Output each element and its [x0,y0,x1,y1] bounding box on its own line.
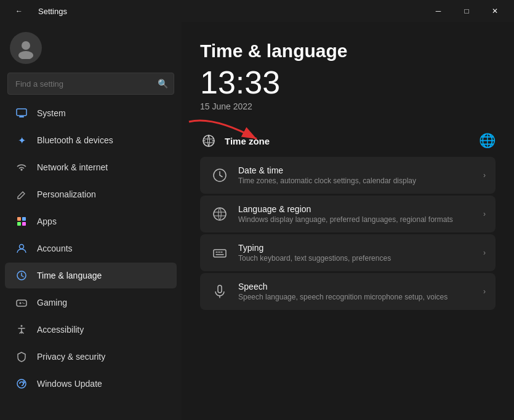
minimize-button[interactable]: ─ [424,1,452,21]
system-label: System [37,108,66,118]
apps-icon [15,215,28,228]
nav-personalization[interactable]: Personalization [5,181,177,207]
date-time-text: Date & time Time zones, automatic clock … [238,165,483,185]
globe-icon: 🌐 [479,133,496,149]
svg-point-12 [23,303,25,304]
language-title: Language & region [238,204,483,214]
date-time-title: Date & time [238,165,483,175]
nav-apps[interactable]: Apps [5,208,177,234]
language-icon [210,204,230,224]
settings-item-date-time[interactable]: Date & time Time zones, automatic clock … [200,157,496,194]
sidebar: 🔍 System ✦ Bluetooth & devices Network &… [0,22,182,420]
chevron-right-icon-2: › [483,210,486,218]
svg-rect-10 [17,300,26,306]
chevron-right-icon-4: › [483,287,486,296]
svg-rect-4 [17,217,21,221]
language-desc: Windows display language, preferred lang… [238,215,483,224]
typing-icon [210,243,230,263]
bluetooth-label: Bluetooth & devices [37,135,113,145]
date-time-icon [210,165,230,185]
time-language-icon [15,269,28,282]
title-bar: ← Settings ─ □ ✕ [0,0,514,22]
gaming-label: Gaming [37,298,67,307]
date-display: 15 June 2022 [200,101,496,111]
svg-rect-7 [22,222,26,226]
personalization-icon [15,188,28,201]
svg-rect-2 [17,109,26,116]
app-body: 🔍 System ✦ Bluetooth & devices Network &… [0,22,514,420]
back-button[interactable]: ← [5,1,33,21]
section-label: Time zone [225,136,270,146]
nav-windows-update[interactable]: Windows Update [5,371,177,397]
nav-system[interactable]: System [5,100,177,126]
section-header: Time zone 🌐 [200,126,496,157]
search-box: 🔍 [7,73,174,95]
apps-label: Apps [37,216,57,226]
nav-bluetooth[interactable]: ✦ Bluetooth & devices [5,127,177,153]
windows-update-icon [15,377,28,390]
svg-point-18 [214,208,226,220]
close-button[interactable]: ✕ [481,1,509,21]
network-icon [15,160,28,174]
svg-rect-6 [17,222,21,226]
gaming-icon [15,296,28,309]
settings-item-typing[interactable]: Typing Touch keyboard, text suggestions,… [200,234,496,271]
avatar[interactable] [10,32,42,64]
svg-rect-5 [22,217,26,221]
svg-point-8 [20,245,24,249]
section-header-title: Time zone [200,132,270,149]
settings-item-language[interactable]: Language & region Windows display langua… [200,196,496,232]
svg-rect-19 [214,250,226,257]
settings-item-speech[interactable]: Speech Speech language, speech recogniti… [200,273,496,310]
system-icon [15,106,28,120]
svg-point-1 [18,51,33,59]
privacy-label: Privacy & security [37,352,105,362]
profile-section [0,22,182,70]
nav-gaming[interactable]: Gaming [5,290,177,315]
chevron-right-icon-3: › [483,248,486,257]
content-area: Time & language 13:33 15 June 2022 Time … [182,22,514,420]
nav-time-language[interactable]: Time & language [5,263,177,288]
nav-network[interactable]: Network & internet [5,154,177,180]
title-bar-left: ← Settings [5,1,67,21]
svg-point-14 [17,379,26,388]
settings-list: Date & time Time zones, automatic clock … [200,157,496,310]
nav-privacy[interactable]: Privacy & security [5,344,177,370]
language-text: Language & region Windows display langua… [238,204,483,224]
svg-point-11 [22,303,23,304]
typing-title: Typing [238,243,483,253]
accessibility-label: Accessibility [37,325,84,335]
svg-point-13 [21,325,23,327]
svg-rect-20 [218,285,222,293]
app-title: Settings [38,7,67,16]
speech-title: Speech [238,282,483,291]
bluetooth-icon: ✦ [15,133,28,147]
typing-desc: Touch keyboard, text suggestions, prefer… [238,254,483,263]
windows-update-label: Windows Update [37,379,102,389]
svg-rect-3 [19,116,24,117]
accounts-icon [15,242,28,255]
time-language-label: Time & language [37,271,102,280]
accounts-label: Accounts [37,244,73,253]
nav-accessibility[interactable]: Accessibility [5,317,177,343]
nav-accounts[interactable]: Accounts [5,236,177,261]
network-label: Network & internet [37,162,108,172]
accessibility-icon [15,323,28,336]
clock-display: 13:33 [200,65,496,100]
timezone-icon [200,132,217,149]
search-input[interactable] [7,73,174,95]
speech-icon [210,282,230,301]
personalization-label: Personalization [37,189,96,199]
speech-desc: Speech language, speech recognition micr… [238,293,483,301]
speech-text: Speech Speech language, speech recogniti… [238,282,483,301]
search-icon: 🔍 [158,79,168,89]
typing-text: Typing Touch keyboard, text suggestions,… [238,243,483,263]
privacy-icon [15,350,28,363]
svg-point-0 [22,41,30,50]
maximize-button[interactable]: □ [452,1,481,21]
chevron-right-icon: › [483,171,486,180]
date-time-desc: Time zones, automatic clock settings, ca… [238,176,483,185]
page-title: Time & language [200,41,496,61]
window-controls: ─ □ ✕ [424,1,509,21]
